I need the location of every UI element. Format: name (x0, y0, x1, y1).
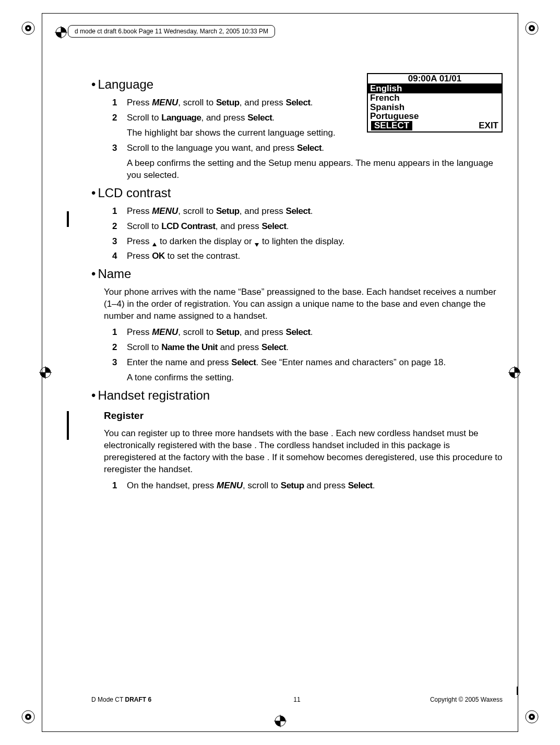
step-text: On the handset, press MENU, scroll to Se… (127, 480, 503, 492)
lcd-row: French (368, 93, 502, 103)
step-item: 2 Scroll to LCD Contrast, and press Sele… (112, 221, 503, 233)
lcd-row: Portuguese (368, 112, 502, 121)
step-item: 1 Press MENU, scroll to Setup, and press… (112, 327, 503, 339)
step-text: Press MENU, scroll to Setup, and press S… (127, 327, 503, 339)
section-title-lcd-contrast: LCD contrast (91, 186, 503, 200)
step-item: 1 Press MENU, scroll to Setup, and press… (112, 206, 503, 218)
registration-mark-icon (21, 21, 35, 35)
step-number: 3 (112, 357, 127, 369)
svg-point-2 (27, 27, 29, 29)
step-number: 1 (112, 327, 127, 339)
registration-mark-icon (525, 21, 539, 35)
step-item: 1 On the handset, press MENU, scroll to … (112, 480, 503, 492)
svg-marker-24 (152, 243, 157, 246)
lcd-row-selected: English (368, 84, 502, 93)
step-number: 1 (112, 480, 127, 492)
step-number: 4 (112, 250, 127, 262)
lcd-select-key: SELECT (371, 121, 412, 130)
step-subtext: A beep confirms the setting and the Setu… (127, 158, 503, 182)
lcd-screen-illustration: 09:00A 01/01 English French Spanish Port… (367, 73, 503, 133)
step-number: 3 (112, 236, 127, 248)
section-intro: You can register up to three more handse… (104, 428, 503, 476)
step-item: 3 Enter the name and press Select. See “… (112, 357, 503, 369)
svg-point-5 (531, 27, 533, 29)
step-text: Press to darken the display or to lighte… (127, 236, 503, 248)
lcd-softkeys: SELECT EXIT (368, 121, 502, 131)
step-text: Scroll to Name the Unit and press Select… (127, 342, 503, 354)
lcd-row: Spanish (368, 103, 502, 112)
revision-bar (517, 687, 518, 695)
step-number: 1 (112, 206, 127, 218)
footer-left: D Mode CT DRAFT 6 (91, 696, 151, 703)
lcd-exit-key: EXIT (479, 121, 498, 130)
page-content: 09:00A 01/01 English French Spanish Port… (91, 73, 503, 693)
svg-point-8 (27, 716, 29, 718)
step-number: 2 (112, 112, 127, 124)
subsection-title-register: Register (104, 410, 503, 422)
section-title-handset-registration: Handset registration (91, 388, 503, 403)
up-arrow-icon (152, 239, 157, 244)
svg-marker-25 (255, 243, 259, 247)
step-item: 3 Scroll to the language you want, and p… (112, 142, 503, 154)
step-number: 3 (112, 142, 127, 154)
page-footer: D Mode CT DRAFT 6 11 Copyright © 2005 Wa… (91, 696, 503, 703)
step-text: Scroll to LCD Contrast, and press Select… (127, 221, 503, 233)
step-item: 4 Press OK to set the contrast. (112, 250, 503, 262)
step-text: Press MENU, scroll to Setup, and press S… (127, 206, 503, 218)
step-text: Enter the name and press Select. See “En… (127, 357, 503, 369)
crosshair-icon (55, 26, 67, 39)
revision-bar (67, 411, 69, 440)
step-item: 3 Press to darken the display or to ligh… (112, 236, 503, 248)
lcd-time: 09:00A 01/01 (368, 74, 502, 84)
section-intro: Your phone arrives with the name “Base” … (104, 286, 503, 322)
step-text: Scroll to the language you want, and pre… (127, 142, 503, 154)
registration-mark-icon (525, 710, 539, 724)
page-header: d mode ct draft 6.book Page 11 Wednesday… (68, 25, 275, 38)
footer-page-number: 11 (293, 696, 300, 703)
step-number: 2 (112, 342, 127, 354)
crosshair-icon (39, 366, 52, 379)
crosshair-icon (274, 715, 287, 727)
registration-mark-icon (21, 710, 35, 724)
crosshair-icon (508, 366, 521, 379)
step-number: 2 (112, 221, 127, 233)
section-title-name: Name (91, 267, 503, 281)
step-number: 1 (112, 97, 127, 109)
revision-bar (67, 211, 69, 227)
step-text: Press OK to set the contrast. (127, 250, 503, 262)
step-subtext: A tone confirms the setting. (127, 372, 503, 384)
down-arrow-icon (254, 239, 259, 244)
svg-point-11 (531, 716, 533, 718)
step-item: 2 Scroll to Name the Unit and press Sele… (112, 342, 503, 354)
footer-right: Copyright © 2005 Waxess (430, 696, 503, 703)
